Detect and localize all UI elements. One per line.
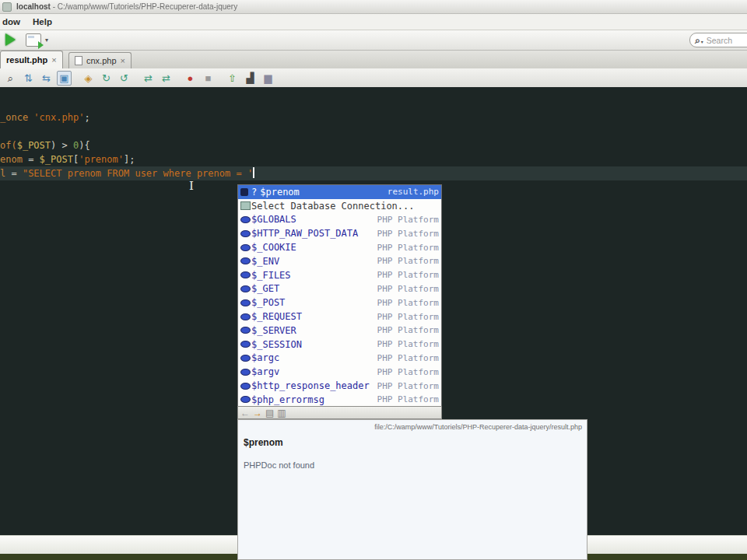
variable-icon (240, 341, 251, 348)
tab-close-icon[interactable]: × (121, 57, 125, 65)
completion-prefix: ? (251, 187, 257, 198)
completion-item[interactable]: $_ENVPHP Platform (238, 254, 441, 268)
completion-item[interactable]: $http_response_headerPHP Platform (238, 379, 441, 393)
code-token: ; (84, 112, 89, 123)
preview-screen-glyph (28, 36, 34, 38)
tab-close-icon[interactable]: × (51, 56, 56, 65)
variable-icon (240, 257, 251, 264)
completion-item[interactable]: $_SESSIONPHP Platform (238, 338, 441, 352)
variable-icon (240, 327, 251, 334)
window-titlebar: localhost - C:/wamp/www/Tutoriels/PHP-Re… (0, 0, 747, 14)
completion-origin: PHP Platform (374, 256, 439, 266)
completion-label: $prenom (260, 187, 300, 198)
menu-help[interactable]: Help (33, 17, 52, 26)
database-icon (240, 201, 251, 210)
completion-item[interactable]: $_GETPHP Platform (238, 282, 441, 296)
completion-label: $php_errormsg (251, 394, 324, 405)
menu-window[interactable]: dow (2, 17, 20, 26)
completion-origin: PHP Platform (374, 381, 439, 391)
console-icon[interactable]: ▟ (243, 71, 258, 86)
completion-label: $_ENV (251, 256, 279, 267)
doc-file-path: file:/C:/wamp/www/Tutoriels/PHP-Recupere… (238, 420, 587, 431)
code-line: enom = $_POST['prenom']; (0, 152, 747, 166)
code-token: "SELECT prenom FROM user where prenom = … (23, 168, 253, 179)
compare-files-icon[interactable]: ⇆ (39, 71, 54, 86)
variable-icon (240, 396, 251, 403)
file-icon (75, 56, 82, 65)
code-token: = (5, 168, 23, 179)
import-icon[interactable]: ⇄ (141, 71, 156, 86)
completion-item[interactable]: ?$prenomresult.php (238, 185, 441, 199)
lock-icon[interactable]: ▆ (261, 71, 275, 86)
window-title: localhost - C:/wamp/www/Tutoriels/PHP-Re… (16, 2, 237, 11)
completion-item[interactable]: $_REQUESTPHP Platform (238, 310, 441, 324)
search-box[interactable]: ⌕ ▾ Search (689, 33, 747, 47)
record-icon[interactable]: ● (183, 71, 198, 86)
completion-item[interactable]: $php_errormsgPHP Platform (238, 393, 441, 407)
code-token: 'cnx.php' (33, 112, 84, 123)
run-dropdown-caret-icon[interactable]: ▾ (45, 37, 48, 44)
open-in-editor-icon[interactable]: ▥ (277, 408, 286, 418)
completion-origin: PHP Platform (374, 229, 439, 239)
completion-item[interactable]: $argcPHP Platform (238, 352, 441, 366)
completion-origin: PHP Platform (374, 394, 439, 404)
run-button[interactable] (5, 33, 16, 46)
completion-origin: PHP Platform (374, 353, 439, 363)
code-token: ) > (51, 140, 73, 151)
completion-item[interactable]: $HTTP_RAW_POST_DATAPHP Platform (238, 226, 441, 240)
autocomplete-footer-toolbar: ←→▤▥ (237, 406, 442, 419)
completion-label: $GLOBALS (251, 214, 296, 225)
completion-label: $_SERVER (251, 325, 296, 336)
variable-icon (240, 216, 251, 223)
code-token: $_POST (17, 140, 51, 151)
variable-icon (240, 341, 251, 348)
completion-item[interactable]: $_SERVERPHP Platform (238, 324, 441, 338)
mouse-ibeam-cursor: I (189, 179, 194, 193)
window-icon (2, 2, 12, 12)
show-source-icon[interactable]: ▤ (265, 408, 274, 418)
completion-item[interactable]: Select Database Connection... (238, 199, 441, 213)
completion-origin: PHP Platform (374, 325, 439, 335)
code-token: 'prenom' (79, 154, 124, 165)
search-icon[interactable]: ⌕ (3, 71, 18, 86)
completion-item[interactable]: $argvPHP Platform (238, 365, 441, 379)
stop-icon[interactable]: ■ (201, 71, 216, 86)
completion-origin: result.php (384, 187, 439, 197)
code-line: of($_POST) > 0){ (0, 138, 747, 152)
back-icon[interactable]: ← (240, 408, 250, 418)
code-token: _once (0, 112, 33, 123)
completion-item[interactable]: $GLOBALSPHP Platform (238, 213, 441, 227)
run-script-icon[interactable]: ↺ (117, 71, 132, 86)
doc-message: PHPDoc not found (238, 448, 587, 470)
completion-label: $http_response_header (251, 380, 370, 391)
completion-item[interactable]: $_POSTPHP Platform (238, 296, 441, 310)
code-token: ]; (124, 154, 135, 165)
completion-label: $_POST (251, 297, 285, 308)
export-icon[interactable]: ⇄ (159, 71, 174, 86)
completion-label: $argc (251, 352, 279, 363)
tab-label: result.php (6, 55, 47, 65)
commit-icon[interactable]: ⇧ (225, 71, 240, 86)
variable-icon (240, 244, 251, 251)
variable-icon (240, 271, 251, 278)
forward-icon[interactable]: → (253, 408, 262, 418)
web-preview-button[interactable] (26, 33, 41, 47)
variable-icon (240, 285, 251, 292)
completion-item[interactable]: $_FILESPHP Platform (238, 268, 441, 282)
sync-files-icon[interactable]: ⇅ (21, 71, 36, 86)
autocomplete-popup: ?$prenomresult.phpSelect Database Connec… (237, 184, 442, 408)
completion-label: $_REQUEST (251, 311, 302, 322)
refresh-icon[interactable]: ↻ (99, 71, 114, 86)
completion-origin: PHP Platform (374, 339, 439, 349)
tab-cnx-php[interactable]: cnx.php× (68, 52, 132, 68)
completion-label: $_GET (251, 283, 279, 294)
code-token: ){ (79, 140, 89, 151)
completion-label: $HTTP_RAW_POST_DATA (251, 228, 358, 239)
variable-icon (240, 383, 251, 390)
key-icon[interactable]: ◈ (81, 71, 96, 86)
tab-label: cnx.php (86, 56, 117, 65)
web-preview-icon[interactable]: ▣ (57, 71, 72, 86)
code-line (0, 124, 747, 138)
tab-result-php[interactable]: result.php× (0, 51, 63, 68)
completion-item[interactable]: $_COOKIEPHP Platform (238, 240, 441, 254)
